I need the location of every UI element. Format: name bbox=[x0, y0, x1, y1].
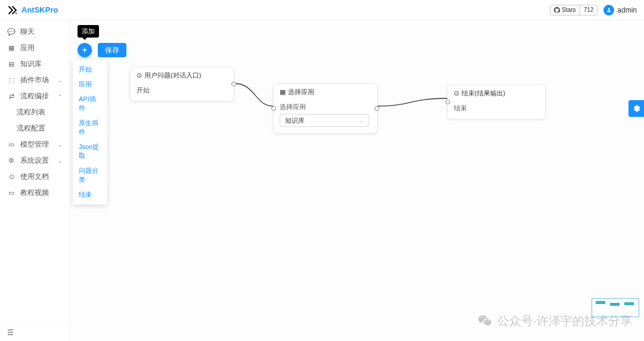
output-port[interactable] bbox=[374, 106, 379, 111]
sidebar-item-models[interactable]: ▭ 模型管理 ⌄ bbox=[0, 137, 70, 153]
sidebar-subitem-flowlist[interactable]: 流程列表 bbox=[0, 104, 70, 120]
model-icon: ▭ bbox=[7, 141, 16, 148]
sidebar: 💬 聊天 ▦ 应用 ▤ 知识库 ⬚ 插件市场 ⌄ ⇄ bbox=[0, 20, 70, 341]
node-body: 结束 bbox=[448, 101, 545, 119]
logo-icon bbox=[7, 5, 18, 16]
sidebar-item-settings[interactable]: ⚙ 系统设置 ⌄ bbox=[0, 153, 70, 169]
watermark-text: 公众号·许泽宇的技术分享 bbox=[497, 313, 632, 329]
chevron-down-icon: ⌄ bbox=[359, 117, 364, 123]
apps-icon: ▦ bbox=[7, 44, 16, 52]
header: AntSKPro Stars 712 admin bbox=[0, 0, 644, 20]
plugin-icon: ⬚ bbox=[7, 76, 16, 84]
flow-icon: ⇄ bbox=[7, 92, 16, 100]
flow-canvas[interactable]: 添加 + 保存 开始 应用 API插件 原生插件 Json提取 问题分类 结束 bbox=[70, 20, 644, 341]
dropdown-item-start[interactable]: 开始 bbox=[73, 62, 107, 77]
output-port[interactable] bbox=[231, 82, 236, 86]
sidebar-item-label: 教程视频 bbox=[20, 188, 63, 198]
node-title: 结束(结果输出) bbox=[462, 89, 505, 98]
github-stars-badge[interactable]: Stars 712 bbox=[550, 5, 597, 16]
github-icon bbox=[554, 7, 560, 13]
sidebar-item-label: 使用文档 bbox=[20, 172, 63, 182]
flow-node-end[interactable]: ⊙ 结束(结果输出) 结束 bbox=[447, 85, 546, 119]
canvas-settings-button[interactable] bbox=[628, 100, 644, 117]
wechat-icon bbox=[477, 314, 493, 329]
user-name: admin bbox=[617, 6, 637, 14]
select-value: 知识库 bbox=[285, 116, 305, 125]
gear-icon bbox=[632, 104, 640, 113]
plus-icon: + bbox=[82, 45, 87, 55]
doc-icon: ⊙ bbox=[7, 173, 16, 181]
chevron-up-icon: ⌃ bbox=[58, 94, 63, 100]
sidebar-item-label: 系统设置 bbox=[20, 156, 58, 166]
chevron-down-icon: ⌄ bbox=[58, 78, 63, 83]
sidebar-item-plugins[interactable]: ⬚ 插件市场 ⌄ bbox=[0, 72, 70, 88]
circle-icon: ⊙ bbox=[137, 72, 142, 79]
node-title: 用户问题(对话入口) bbox=[144, 71, 201, 80]
flow-node-start[interactable]: ⊙ 用户问题(对话入口) 开始 bbox=[130, 67, 234, 101]
knowledge-icon: ▤ bbox=[7, 60, 16, 68]
sidebar-item-label: 流程列表 bbox=[17, 107, 63, 117]
video-icon: ▭ bbox=[7, 189, 16, 197]
input-port[interactable] bbox=[271, 106, 276, 111]
app-name: AntSKPro bbox=[21, 5, 58, 14]
node-title: 选择应用 bbox=[288, 88, 314, 97]
chat-icon: 💬 bbox=[7, 28, 16, 36]
github-stars-count: 712 bbox=[580, 5, 597, 15]
circle-icon: ⊙ bbox=[454, 89, 459, 97]
node-body: 开始 bbox=[131, 83, 234, 101]
chevron-down-icon: ⌄ bbox=[58, 142, 63, 148]
sidebar-item-label: 模型管理 bbox=[20, 140, 58, 150]
svg-point-0 bbox=[16, 13, 17, 14]
add-node-dropdown: 开始 应用 API插件 原生插件 Json提取 问题分类 结束 bbox=[73, 60, 107, 204]
sidebar-subitem-flowconfig[interactable]: 流程配置 bbox=[0, 120, 70, 137]
sidebar-item-label: 知识库 bbox=[20, 59, 63, 69]
github-stars-label: Stars bbox=[562, 7, 575, 13]
user-icon bbox=[606, 7, 612, 13]
logo[interactable]: AntSKPro bbox=[7, 5, 58, 16]
dropdown-item-json[interactable]: Json提取 bbox=[73, 140, 107, 163]
save-label: 保存 bbox=[105, 45, 119, 55]
sidebar-item-label: 应用 bbox=[20, 43, 63, 53]
app-icon: ▦ bbox=[280, 88, 286, 96]
collapse-icon: ☰ bbox=[7, 328, 14, 337]
sidebar-item-docs[interactable]: ⊙ 使用文档 bbox=[0, 169, 70, 185]
dropdown-item-api[interactable]: API插件 bbox=[73, 92, 107, 116]
app-select[interactable]: 知识库 ⌄ bbox=[280, 114, 369, 127]
add-node-button[interactable]: + bbox=[78, 43, 92, 57]
sidebar-item-label: 流程编排 bbox=[20, 91, 58, 101]
sidebar-item-chat[interactable]: 💬 聊天 bbox=[0, 24, 70, 40]
node-body-label: 选择应用 bbox=[280, 103, 371, 111]
sidebar-collapse[interactable]: ☰ bbox=[0, 323, 70, 341]
save-button[interactable]: 保存 bbox=[98, 43, 126, 57]
sidebar-item-label: 插件市场 bbox=[20, 75, 58, 85]
add-tooltip: 添加 bbox=[78, 25, 99, 38]
sidebar-item-label: 流程配置 bbox=[17, 123, 63, 134]
input-port[interactable] bbox=[445, 100, 450, 104]
dropdown-item-end[interactable]: 结束 bbox=[73, 187, 107, 202]
sidebar-item-knowledge[interactable]: ▤ 知识库 bbox=[0, 56, 70, 72]
dropdown-item-classify[interactable]: 问题分类 bbox=[73, 163, 107, 187]
gear-icon: ⚙ bbox=[7, 157, 16, 165]
sidebar-item-label: 聊天 bbox=[20, 27, 63, 37]
dropdown-item-app[interactable]: 应用 bbox=[73, 77, 107, 92]
dropdown-item-native[interactable]: 原生插件 bbox=[73, 116, 107, 140]
flow-node-selectapp[interactable]: ▦ 选择应用 选择应用 知识库 ⌄ bbox=[273, 83, 377, 134]
watermark: 公众号·许泽宇的技术分享 bbox=[477, 313, 632, 329]
chevron-down-icon: ⌄ bbox=[58, 158, 63, 164]
sidebar-item-flow[interactable]: ⇄ 流程编排 ⌃ bbox=[0, 88, 70, 104]
avatar[interactable] bbox=[603, 5, 614, 16]
sidebar-item-apps[interactable]: ▦ 应用 bbox=[0, 40, 70, 56]
sidebar-item-videos[interactable]: ▭ 教程视频 bbox=[0, 185, 70, 201]
